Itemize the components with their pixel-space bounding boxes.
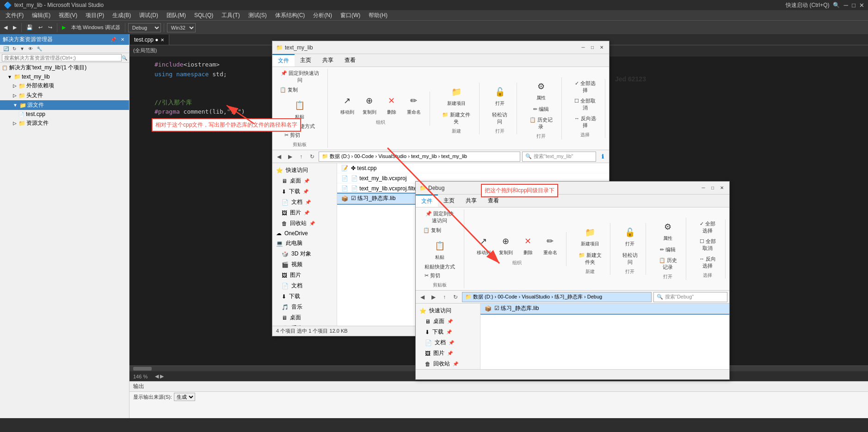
menu-project[interactable]: 项目(P) bbox=[82, 11, 108, 20]
panel-pin-button[interactable]: 📌 bbox=[110, 36, 117, 43]
back-btn-2[interactable]: ◀ bbox=[418, 292, 427, 302]
tree-item-resources[interactable]: ▷ 📁 资源文件 bbox=[0, 118, 129, 128]
minimize-button[interactable]: ─ bbox=[843, 2, 848, 9]
nav-downloads[interactable]: ⬇ 下载 📌 bbox=[272, 186, 337, 197]
explorer2-close[interactable]: ✕ bbox=[718, 184, 726, 192]
invert-btn[interactable]: ↔ 反向选择 bbox=[571, 114, 599, 130]
nav2-desktop[interactable]: 🖥 桌面 📌 bbox=[416, 316, 480, 327]
menu-team[interactable]: 团队(M) bbox=[163, 11, 190, 20]
explorer2-tab-view[interactable]: 查看 bbox=[482, 195, 505, 207]
history-btn-2[interactable]: 📋 历史记录 bbox=[655, 256, 680, 272]
cut-btn[interactable]: ✂ 剪切 bbox=[283, 131, 317, 140]
explorer2-search[interactable]: 🔍 搜索"Debug" bbox=[653, 292, 727, 302]
new-folder-btn-2b[interactable]: 📁 新建项目 bbox=[578, 223, 602, 249]
refresh-btn-1[interactable]: ↻ bbox=[308, 152, 317, 161]
new-folder-btn3[interactable]: 📁 新建文件夹 bbox=[576, 251, 605, 267]
explorer1-tab-file[interactable]: 文件 bbox=[272, 54, 295, 67]
delete-btn-2[interactable]: ✕ 删除 bbox=[518, 232, 538, 258]
up-btn-1[interactable]: ↑ bbox=[296, 152, 306, 161]
file-item-testcpp[interactable]: 📝 ✤ test.cpp bbox=[337, 163, 609, 173]
explorer1-path[interactable]: 📁 数据 (D:) › 00-Code › VisualStudio › tex… bbox=[319, 152, 520, 162]
sync-button[interactable]: 🔄 bbox=[2, 46, 10, 52]
refresh-button[interactable]: ↻ bbox=[11, 46, 18, 52]
select-all-btn[interactable]: ✓ 全部选择 bbox=[571, 79, 599, 95]
rename-btn-2[interactable]: ✏ 重命名 bbox=[540, 232, 560, 258]
forward-btn-2[interactable]: ▶ bbox=[429, 292, 438, 302]
undo-button[interactable]: ↩ bbox=[37, 24, 44, 31]
nav2-recycle[interactable]: 🗑 回收站 📌 bbox=[416, 359, 480, 369]
explorer2-minimize[interactable]: ─ bbox=[700, 184, 707, 192]
menu-arch[interactable]: 体系结构(C) bbox=[271, 11, 309, 20]
menu-file[interactable]: 文件(F) bbox=[2, 11, 27, 20]
save-button[interactable]: 💾 bbox=[25, 24, 35, 31]
menu-analyze[interactable]: 分析(N) bbox=[309, 11, 336, 20]
explorer2-tab-share[interactable]: 共享 bbox=[460, 195, 482, 207]
tree-item-sources[interactable]: ▼ 📁 源文件 bbox=[0, 100, 129, 110]
tree-item-project[interactable]: ▼ 📁 text_my_lib bbox=[0, 73, 129, 81]
nav-onedrive[interactable]: ☁ OneDrive bbox=[272, 229, 337, 238]
tree-item-testcpp[interactable]: 📄 test.cpp bbox=[0, 110, 129, 118]
back-btn-1[interactable]: ◀ bbox=[274, 152, 283, 161]
close-button[interactable]: ✕ bbox=[859, 2, 864, 9]
panel-close-button[interactable]: ✕ bbox=[119, 36, 126, 43]
explorer2-tab-file[interactable]: 文件 bbox=[416, 195, 438, 207]
move-to-btn[interactable]: ↗ 移动到 bbox=[337, 91, 357, 117]
properties-btn[interactable]: ⚙ 属性 bbox=[531, 77, 551, 103]
easy-access-btn[interactable]: 轻松访问 bbox=[489, 110, 511, 126]
show-all-button[interactable]: 👁 bbox=[27, 46, 34, 52]
forward-btn-1[interactable]: ▶ bbox=[285, 152, 295, 161]
tree-item-headers[interactable]: ▷ 📁 头文件 bbox=[0, 91, 129, 100]
tree-item-solution[interactable]: 📋 解决方案'text_my_lib'(1 个项目) bbox=[0, 63, 129, 73]
explorer1-tab-home[interactable]: 主页 bbox=[295, 54, 317, 67]
nav-docs2[interactable]: 📄 文档 bbox=[272, 280, 337, 291]
run-button[interactable]: ▶ bbox=[60, 24, 68, 31]
copy-to-btn-2[interactable]: ⊕ 复制到 bbox=[496, 232, 516, 258]
explorer1-search[interactable]: 🔍 搜索"text_my_lib" bbox=[522, 152, 596, 162]
easy-access-btn-2[interactable]: 轻松访问 bbox=[620, 251, 640, 267]
nav-pictures[interactable]: 🖼 图片 📌 bbox=[272, 207, 337, 218]
copy-btn[interactable]: 📋 复制 bbox=[278, 85, 322, 94]
menu-help[interactable]: 帮助(H) bbox=[365, 11, 391, 20]
nav-docs[interactable]: 📄 文档 📌 bbox=[272, 197, 337, 207]
config-dropdown[interactable]: Debug Release bbox=[128, 23, 161, 32]
open-btn-2[interactable]: 🔓 打开 bbox=[620, 223, 640, 249]
explorer1-close[interactable]: ✕ bbox=[598, 44, 605, 51]
refresh-btn-2[interactable]: ↻ bbox=[451, 292, 460, 302]
paste-btn-2[interactable]: 📋 粘贴 bbox=[423, 237, 457, 262]
up-btn-2[interactable]: ↑ bbox=[440, 292, 449, 302]
nav-desktop[interactable]: 🖥 桌面 📌 bbox=[272, 176, 337, 186]
properties-btn-2[interactable]: ⚙ 属性 bbox=[658, 218, 678, 243]
edit-btn[interactable]: ✏ 编辑 bbox=[531, 105, 551, 114]
back-button[interactable]: ◀ bbox=[2, 24, 9, 31]
explorer2-maximize[interactable]: □ bbox=[709, 184, 716, 192]
paste-shortcut-btn-2[interactable]: 粘贴快捷方式 bbox=[423, 262, 457, 271]
redo-button[interactable]: ↪ bbox=[46, 24, 54, 31]
nav2-docs[interactable]: 📄 文档 📌 bbox=[416, 337, 480, 348]
menu-sql[interactable]: SQL(Q) bbox=[191, 11, 217, 19]
pin-quick-access-btn-2[interactable]: 📌 固定到快速访问 bbox=[421, 209, 458, 225]
nav-quick-access[interactable]: ⭐ 快速访问 bbox=[272, 165, 337, 176]
tab-testcpp[interactable]: test.cpp ● ✕ bbox=[129, 35, 169, 45]
invert-btn-2[interactable]: ↔ 反向选择 bbox=[696, 255, 720, 270]
scroll-thumb[interactable] bbox=[133, 367, 152, 371]
select-all-btn-2[interactable]: ✓ 全部选择 bbox=[696, 219, 720, 235]
scroll-nav[interactable]: ◀ ▶ bbox=[155, 373, 164, 379]
file-item-lib2[interactable]: 📦 ☑ 练习_静态库.lib bbox=[480, 304, 729, 314]
open-btn[interactable]: 🔓 打开 bbox=[490, 83, 510, 109]
menu-view[interactable]: 视图(V) bbox=[55, 11, 81, 20]
explorer1-maximize[interactable]: □ bbox=[589, 44, 596, 51]
move-to-btn-2[interactable]: ↗ 移动到 bbox=[474, 232, 494, 258]
nav-dl2[interactable]: ⬇ 下载 bbox=[272, 291, 337, 302]
explorer1-tab-share[interactable]: 共享 bbox=[317, 54, 339, 67]
collapse-button[interactable]: ▼ bbox=[18, 46, 26, 52]
maximize-button[interactable]: □ bbox=[852, 2, 856, 9]
nav-thispc[interactable]: 💻 此电脑 bbox=[272, 238, 337, 249]
menu-build[interactable]: 生成(B) bbox=[109, 11, 135, 20]
copy-to-btn[interactable]: ⊕ 复制到 bbox=[359, 91, 380, 117]
rename-btn[interactable]: ✏ 重命名 bbox=[404, 91, 424, 117]
info-btn-1[interactable]: ℹ bbox=[598, 152, 607, 161]
nav-music[interactable]: 🎵 音乐 bbox=[272, 302, 337, 312]
history-btn[interactable]: 📋 历史记录 bbox=[526, 116, 556, 131]
nav2-downloads[interactable]: ⬇ 下载 📌 bbox=[416, 327, 480, 337]
edit-btn-2[interactable]: ✏ 编辑 bbox=[658, 245, 677, 254]
